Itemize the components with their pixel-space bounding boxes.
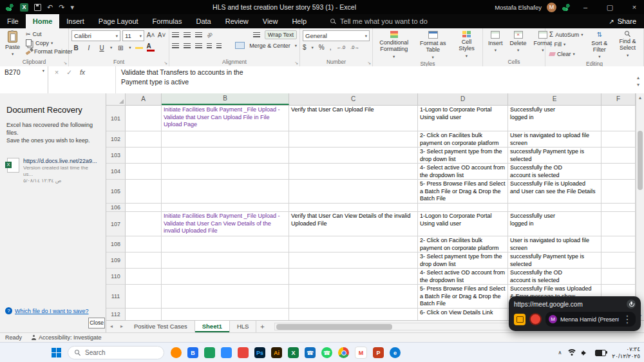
vertical-scroll-thumb[interactable] — [638, 131, 643, 190]
undo-icon[interactable]: ↶ — [47, 4, 53, 11]
align-right-icon[interactable] — [195, 43, 202, 48]
presenter-pill[interactable]: M Menna Hamid (Presenti... ⋮ — [545, 312, 636, 327]
cell-D107[interactable]: 1-Logon to Corporate Portal Using valid … — [418, 212, 508, 236]
meet-overlay[interactable]: https://meet.google.com M Menna Hamid (P… — [509, 296, 641, 331]
taskbar-icon-phone-link[interactable]: ☎ — [305, 347, 316, 358]
tell-me-box[interactable]: Tell me what you want to do — [330, 14, 428, 28]
cut-button[interactable]: ✂Cut — [24, 30, 74, 38]
row-header-104[interactable]: 104 — [106, 164, 126, 180]
cell-F104[interactable] — [601, 164, 636, 180]
cell-A111[interactable] — [126, 285, 162, 309]
windows-start-button[interactable] — [52, 348, 61, 357]
sheet-tab-sheet1[interactable]: Sheet1 — [195, 321, 230, 332]
cell-A101[interactable] — [126, 106, 162, 131]
cancel-entry-icon[interactable]: × — [55, 68, 59, 76]
ribbon-tab-formulas[interactable]: Formulas — [146, 14, 189, 28]
cell-A107[interactable] — [126, 212, 162, 236]
font-color-button[interactable]: A — [147, 44, 155, 52]
cell-B104[interactable] — [162, 164, 289, 180]
taskbar-icon-photoshop[interactable]: Ps — [254, 347, 265, 358]
taskbar-icon-illustrator[interactable]: Ai — [271, 347, 282, 358]
cell-C102[interactable] — [289, 131, 418, 148]
sheet-tab-hls[interactable]: HLS — [230, 321, 256, 332]
cell-E105[interactable]: Successfully File is Uploaded and User c… — [508, 180, 601, 204]
clipboard-dialog-launcher[interactable]: ↘ — [63, 61, 67, 66]
cell-D108[interactable]: 2- Click on Facilites bulk payment on co… — [418, 236, 508, 252]
battery-icon[interactable] — [595, 350, 606, 356]
row-header-102[interactable]: 102 — [106, 131, 126, 148]
row-header-101[interactable]: 101 — [106, 106, 126, 131]
column-header-D[interactable]: D — [418, 93, 508, 105]
taskbar-icon-edge[interactable]: e — [390, 347, 401, 358]
ribbon-tab-view[interactable]: View — [256, 14, 285, 28]
cell-F103[interactable] — [601, 148, 636, 164]
formula-bar-collapse-icon[interactable]: ▴▾ — [632, 66, 644, 93]
cell-F102[interactable] — [601, 131, 636, 148]
cell-C101[interactable]: Verify that User Can Upload File — [289, 106, 418, 131]
cell-F110[interactable] — [601, 269, 636, 285]
cell-C106[interactable] — [289, 204, 418, 212]
tray-expand-icon[interactable]: ∧ — [558, 350, 562, 356]
taskbar-icon-bluetooth[interactable]: B — [187, 347, 198, 358]
merge-center-button[interactable]: Merge & Center — [249, 43, 290, 49]
cell-E104[interactable]: Successfully the OD account is selected — [508, 164, 601, 180]
cell-E109[interactable]: successfully Payment type is selected — [508, 252, 601, 269]
taskbar-icon-excel[interactable]: X — [288, 347, 299, 358]
taskbar-icon-whatsapp[interactable]: ☎ — [321, 347, 332, 358]
formula-content[interactable]: Validate that Transfers to accounts in t… — [116, 66, 632, 93]
alignment-dialog-launcher[interactable]: ↘ — [294, 61, 298, 66]
taskbar-icon-powerpoint[interactable]: P — [373, 347, 384, 358]
copy-button[interactable]: Copy▾ — [24, 39, 74, 47]
sheet-nav-left-icon[interactable]: ◂ — [106, 321, 117, 332]
cell-B112[interactable] — [162, 309, 289, 320]
row-header-111[interactable]: 111 — [106, 285, 126, 309]
cell-A102[interactable] — [126, 131, 162, 148]
microphone-icon[interactable] — [627, 300, 636, 309]
vertical-scrollbar[interactable]: ▲ ▼ — [636, 93, 644, 320]
cell-C110[interactable] — [289, 269, 418, 285]
column-header-F[interactable]: F — [601, 93, 636, 105]
cell-A110[interactable] — [126, 269, 162, 285]
column-header-E[interactable]: E — [508, 93, 601, 105]
number-format-select[interactable]: General▾ — [303, 30, 370, 41]
column-header-B[interactable]: B — [162, 93, 289, 105]
row-header-110[interactable]: 110 — [106, 269, 126, 285]
format-painter-button[interactable]: Format Painter — [24, 48, 74, 55]
cell-B109[interactable] — [162, 252, 289, 269]
cell-B102[interactable] — [162, 131, 289, 148]
scroll-up-icon[interactable]: ▲ — [636, 93, 644, 102]
orientation-icon[interactable]: ab — [205, 31, 214, 39]
sheet-tab-positive-test-cases[interactable]: Positive Test Cases — [127, 321, 195, 332]
bold-button[interactable]: B — [71, 43, 80, 52]
cell-D101[interactable]: 1-Logon to Corporate Portal Using valid … — [418, 106, 508, 131]
cell-C108[interactable] — [289, 236, 418, 252]
font-name-select[interactable]: Calibri▾ — [71, 30, 120, 41]
cell-A112[interactable] — [126, 309, 162, 320]
row-header-108[interactable]: 108 — [106, 236, 126, 252]
clock[interactable]: ٠٧:٣٤ ٢٠/١٢/٢٠٢٥ — [612, 346, 640, 360]
taskbar-icon-excel-pinned[interactable] — [204, 347, 215, 358]
cell-E107[interactable]: Successfully user logged in — [508, 212, 601, 236]
cell-E103[interactable]: successfully Payment type is selected — [508, 148, 601, 164]
row-header-112[interactable]: 112 — [106, 309, 126, 320]
save-icon[interactable] — [34, 4, 41, 11]
taskbar-icon-gmail[interactable]: M — [355, 347, 367, 359]
number-dialog-launcher[interactable]: ↘ — [367, 61, 371, 66]
row-header-107[interactable]: 107 — [106, 212, 126, 236]
cell-C103[interactable] — [289, 148, 418, 164]
bottom-align-icon[interactable] — [195, 32, 202, 37]
confirm-entry-icon[interactable]: ✓ — [66, 68, 72, 76]
meet-url[interactable]: https://meet.google.com — [514, 301, 583, 308]
cell-B105[interactable] — [162, 180, 289, 204]
font-size-select[interactable]: 11▾ — [122, 30, 144, 41]
cell-D110[interactable]: 4- Select active OD account from the dro… — [418, 269, 508, 285]
increase-font-icon[interactable]: A˄ — [146, 30, 155, 39]
borders-button[interactable]: ⊞ — [116, 43, 125, 52]
cell-D104[interactable]: 4- Select active OD account from the dro… — [418, 164, 508, 180]
cell-C111[interactable] — [289, 285, 418, 309]
account-avatar[interactable]: M — [547, 3, 556, 12]
cell-D109[interactable]: 3- Select payment type from the drop dow… — [418, 252, 508, 269]
cell-A108[interactable] — [126, 236, 162, 252]
volume-icon[interactable] — [582, 350, 589, 356]
paste-button[interactable]: Paste▾ — [3, 30, 23, 57]
